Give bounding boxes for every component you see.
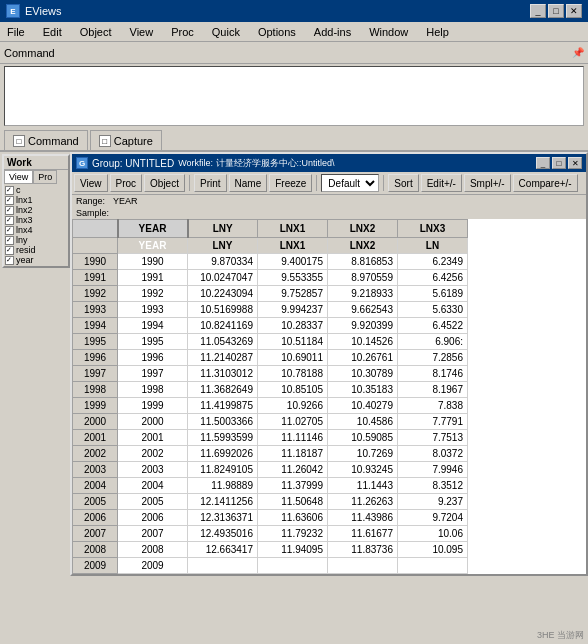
maximize-button[interactable]: □ — [548, 4, 564, 18]
cell-lnx2-2008[interactable]: 11.83736 — [328, 542, 398, 558]
cell-lnx2-2007[interactable]: 11.61677 — [328, 526, 398, 542]
cell-lnx3-1998[interactable]: 8.1967 — [398, 382, 468, 398]
cell-lnx1-1994[interactable]: 10.28337 — [258, 318, 328, 334]
data-table-container[interactable]: YEAR LNY LNX1 LNX2 LNX3 YEAR LNY LNX1 LN… — [72, 219, 586, 574]
cell-lnx1-1991[interactable]: 9.553355 — [258, 270, 328, 286]
gt-edit-btn[interactable]: Edit+/- — [421, 174, 462, 192]
cell-lny-1994[interactable]: 10.8241169 — [188, 318, 258, 334]
wf-checkbox-lnx4[interactable] — [5, 226, 14, 235]
cell-lnx3-2005[interactable]: 9.237 — [398, 494, 468, 510]
gt-smpl-btn[interactable]: Smpl+/- — [464, 174, 511, 192]
cell-lnx3-2006[interactable]: 9.7204 — [398, 510, 468, 526]
menu-help[interactable]: Help — [423, 26, 452, 38]
wf-checkbox-resid[interactable] — [5, 246, 14, 255]
cell-year-2003[interactable]: 2003 — [118, 462, 188, 478]
cell-lnx1-1993[interactable]: 9.994237 — [258, 302, 328, 318]
cell-lnx3-2003[interactable]: 7.9946 — [398, 462, 468, 478]
cell-lnx1-2007[interactable]: 11.79232 — [258, 526, 328, 542]
cell-lny-2001[interactable]: 11.5993599 — [188, 430, 258, 446]
wf-checkbox-lnx1[interactable] — [5, 196, 14, 205]
cell-lny-1995[interactable]: 11.0543269 — [188, 334, 258, 350]
wf-item-year[interactable]: year — [5, 255, 67, 265]
cell-lnx3-2009[interactable] — [398, 558, 468, 574]
menu-addins[interactable]: Add-ins — [311, 26, 354, 38]
cell-lnx2-2005[interactable]: 11.26263 — [328, 494, 398, 510]
cell-lnx3-2004[interactable]: 8.3512 — [398, 478, 468, 494]
cell-lnx2-1998[interactable]: 10.35183 — [328, 382, 398, 398]
cell-year-1991[interactable]: 1991 — [118, 270, 188, 286]
wf-item-c[interactable]: c — [5, 185, 67, 195]
cell-lny-1990[interactable]: 9.870334 — [188, 254, 258, 270]
cell-year-2007[interactable]: 2007 — [118, 526, 188, 542]
cell-lnx1-1992[interactable]: 9.752857 — [258, 286, 328, 302]
cell-year-1990[interactable]: 1990 — [118, 254, 188, 270]
cell-year-1996[interactable]: 1996 — [118, 350, 188, 366]
group-close-btn[interactable]: ✕ — [568, 157, 582, 169]
menu-window[interactable]: Window — [366, 26, 411, 38]
cell-lny-1997[interactable]: 11.3103012 — [188, 366, 258, 382]
menu-quick[interactable]: Quick — [209, 26, 243, 38]
workfile-tab-pro[interactable]: Pro — [33, 170, 57, 184]
cell-lnx2-2003[interactable]: 10.93245 — [328, 462, 398, 478]
gt-view-btn[interactable]: View — [74, 174, 108, 192]
cell-lnx2-2000[interactable]: 10.4586 — [328, 414, 398, 430]
group-maximize-btn[interactable]: □ — [552, 157, 566, 169]
wf-item-lnx4[interactable]: lnx4 — [5, 225, 67, 235]
cell-year-1998[interactable]: 1998 — [118, 382, 188, 398]
cell-lnx3-2002[interactable]: 8.0372 — [398, 446, 468, 462]
gt-proc-btn[interactable]: Proc — [110, 174, 143, 192]
close-button[interactable]: ✕ — [566, 4, 582, 18]
menu-file[interactable]: File — [4, 26, 28, 38]
gt-sort-btn[interactable]: Sort — [388, 174, 418, 192]
cell-lnx3-2001[interactable]: 7.7513 — [398, 430, 468, 446]
cell-lny-2003[interactable]: 11.8249105 — [188, 462, 258, 478]
wf-checkbox-c[interactable] — [5, 186, 14, 195]
cell-lnx2-2002[interactable]: 10.7269 — [328, 446, 398, 462]
cell-year-1995[interactable]: 1995 — [118, 334, 188, 350]
tab-capture[interactable]: □ Capture — [90, 130, 162, 150]
cell-year-2004[interactable]: 2004 — [118, 478, 188, 494]
cell-lnx3-1999[interactable]: 7.838 — [398, 398, 468, 414]
cell-lny-2002[interactable]: 11.6992026 — [188, 446, 258, 462]
cell-lnx1-1990[interactable]: 9.400175 — [258, 254, 328, 270]
gt-freeze-btn[interactable]: Freeze — [269, 174, 312, 192]
cell-lnx2-1997[interactable]: 10.30789 — [328, 366, 398, 382]
cell-lnx2-2004[interactable]: 11.1443 — [328, 478, 398, 494]
cell-year-2009[interactable]: 2009 — [118, 558, 188, 574]
cell-lny-1991[interactable]: 10.0247047 — [188, 270, 258, 286]
cell-lnx2-1994[interactable]: 9.920399 — [328, 318, 398, 334]
cell-year-2000[interactable]: 2000 — [118, 414, 188, 430]
cell-year-1994[interactable]: 1994 — [118, 318, 188, 334]
menu-view[interactable]: View — [127, 26, 157, 38]
cell-lnx1-2003[interactable]: 11.26042 — [258, 462, 328, 478]
cell-lnx1-2002[interactable]: 11.18187 — [258, 446, 328, 462]
wf-item-lny[interactable]: lny — [5, 235, 67, 245]
cell-lnx3-1992[interactable]: 5.6189 — [398, 286, 468, 302]
minimize-button[interactable]: _ — [530, 4, 546, 18]
cell-lny-1999[interactable]: 11.4199875 — [188, 398, 258, 414]
cell-lnx2-1995[interactable]: 10.14526 — [328, 334, 398, 350]
wf-item-lnx1[interactable]: lnx1 — [5, 195, 67, 205]
cell-lnx1-2009[interactable] — [258, 558, 328, 574]
cell-lnx3-1997[interactable]: 8.1746 — [398, 366, 468, 382]
cell-lnx2-1990[interactable]: 8.816853 — [328, 254, 398, 270]
cell-lny-1993[interactable]: 10.5169988 — [188, 302, 258, 318]
cell-year-1997[interactable]: 1997 — [118, 366, 188, 382]
wf-checkbox-year[interactable] — [5, 256, 14, 265]
menu-object[interactable]: Object — [77, 26, 115, 38]
cell-lnx1-2004[interactable]: 11.37999 — [258, 478, 328, 494]
cell-lnx3-1996[interactable]: 7.2856 — [398, 350, 468, 366]
cell-lny-2005[interactable]: 12.1411256 — [188, 494, 258, 510]
cell-lnx1-1995[interactable]: 10.51184 — [258, 334, 328, 350]
wf-item-resid[interactable]: resid — [5, 245, 67, 255]
cell-lnx1-1996[interactable]: 10.69011 — [258, 350, 328, 366]
cell-lny-2009[interactable] — [188, 558, 258, 574]
cell-lnx2-1999[interactable]: 10.40279 — [328, 398, 398, 414]
cell-lnx2-1991[interactable]: 8.970559 — [328, 270, 398, 286]
cell-lnx3-1991[interactable]: 6.4256 — [398, 270, 468, 286]
cell-lnx3-1995[interactable]: 6.906: — [398, 334, 468, 350]
gt-print-btn[interactable]: Print — [194, 174, 227, 192]
cell-lnx3-2008[interactable]: 10.095 — [398, 542, 468, 558]
gt-default-select[interactable]: Default — [321, 174, 379, 192]
cell-lny-1996[interactable]: 11.2140287 — [188, 350, 258, 366]
